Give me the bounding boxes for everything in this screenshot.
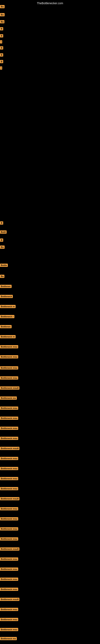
site-title: TheBottlenecker.com [37, 2, 63, 5]
badge-42: Bottleneck resu [0, 537, 18, 540]
badge-49: Bottleneck resu [0, 608, 18, 611]
badge-8: B [0, 53, 3, 56]
badge-36: Bottleneck resu [0, 477, 18, 480]
badge-31: Bottleneck resu [0, 427, 18, 430]
badge-45: Bottleneck resu [0, 568, 18, 571]
badge-27: Bottleneck result [0, 386, 19, 390]
badge-39: Bottleneck resu [0, 507, 18, 510]
badge-29: Bottleneck resu [0, 406, 18, 410]
badge-40: Bottleneck resu [0, 517, 18, 520]
badge-12: Bottl [0, 230, 7, 234]
badge-44: Bottleneck resu [0, 558, 18, 561]
badge-2: Bo [0, 13, 4, 16]
badge-26: Bottleneck resu [0, 376, 18, 380]
badge-6: I [0, 40, 2, 44]
badge-37: Bottleneck resu [0, 487, 18, 490]
badge-19: Bottleneck re [0, 305, 16, 308]
badge-30: Bottleneck resu [0, 416, 18, 420]
badge-24: Bottleneck resu [0, 355, 18, 358]
badge-23: Bottleneck resu [0, 345, 18, 348]
badge-38: Bottleneck result [0, 497, 19, 500]
badge-18: Bottleneck [0, 295, 13, 298]
badge-48: Bottleneck result [0, 598, 19, 601]
badge-16: Ba [0, 275, 4, 278]
badge-34: Bottleneck resu [0, 457, 18, 460]
badge-21: Bottlenec [0, 325, 12, 328]
badge-10: I [0, 66, 2, 70]
badge-13: B [0, 238, 3, 242]
badge-43: Bottleneck result [0, 548, 19, 550]
badge-5: B [0, 34, 3, 38]
badge-4: B [0, 27, 3, 30]
badge-46: Bottleneck resu [0, 578, 18, 581]
badge-51: Bottleneck resu [0, 628, 18, 631]
badge-52: Bottleneck res [0, 637, 17, 640]
badge-28: Bottleneck res [0, 396, 17, 400]
badge-1: Bo [0, 5, 4, 8]
badge-35: Bottleneck resu [0, 467, 18, 470]
badge-41: Bottleneck resu [0, 527, 18, 530]
badge-17: Bottlenec [0, 285, 12, 288]
badge-7: B [0, 46, 3, 50]
badge-22: Bottleneck re [0, 335, 16, 338]
badge-3: Ba [0, 20, 4, 23]
badge-14: Bo [0, 246, 4, 249]
badge-25: Bottleneck resu [0, 366, 18, 370]
badge-15: Bottle [0, 264, 8, 267]
badge-20: Bottleneck r [0, 315, 14, 318]
badge-32: Bottleneck resu [0, 437, 18, 440]
badge-47: Bottleneck resu [0, 588, 18, 591]
badge-50: Bottleneck resu [0, 618, 18, 621]
badge-33: Bottleneck result [0, 447, 19, 450]
badge-9: B [0, 60, 3, 63]
badge-11: B [0, 222, 3, 224]
